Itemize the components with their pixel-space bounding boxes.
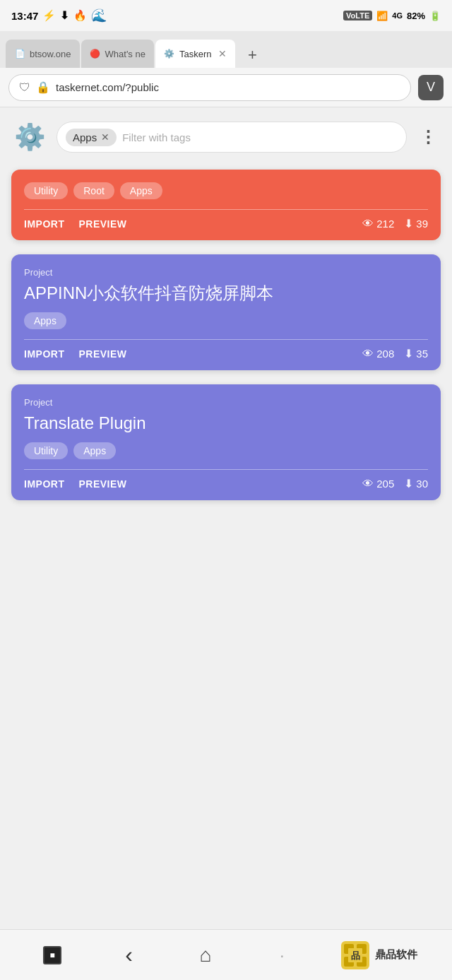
signal-4g-icon: 4G [392, 11, 403, 20]
views-count-translate: 205 [376, 478, 394, 490]
cards-container: Utility Root Apps IMPORT PREVIEW 👁 212 ⬇… [0, 164, 452, 582]
tab-whats-new[interactable]: 🔴 What's ne [81, 40, 154, 68]
eye-icon-translate: 👁 [362, 478, 374, 490]
import-button[interactable]: IMPORT [24, 218, 64, 230]
views-stat: 👁 212 [362, 218, 394, 230]
app-logo: ⚙️ [11, 119, 48, 155]
app-header: ⚙️ Apps ✕ Filter with tags ⋮ [0, 107, 452, 164]
url-text: taskernet.com/?public [56, 81, 159, 93]
filter-bar[interactable]: Apps ✕ Filter with tags [56, 122, 407, 153]
card-tag-apps[interactable]: Apps [120, 182, 162, 199]
back-button[interactable]: ‹ [112, 938, 147, 973]
tasker-logo-icon: ⚙️ [14, 122, 46, 152]
svg-text:品: 品 [350, 950, 359, 961]
eye-icon-appinn: 👁 [362, 348, 374, 360]
views-count: 212 [376, 218, 394, 230]
card-type-translate: Project [24, 397, 428, 408]
status-bar: 13:47 ⚡ ⬇ 🔥 🌊 VoLTE 📶 4G 82% 🔋 [0, 0, 452, 31]
card-tags-appinn: Apps [24, 312, 428, 329]
home-icon: ⌂ [200, 944, 212, 967]
menu-button[interactable]: · [264, 938, 299, 973]
card-tag-root[interactable]: Root [73, 182, 114, 199]
volte-badge: VoLTE [343, 11, 372, 20]
import-button-translate[interactable]: IMPORT [24, 478, 64, 490]
filter-placeholder: Filter with tags [122, 131, 191, 143]
tab-btsow[interactable]: 📄 btsow.one [6, 40, 80, 68]
tab-close-taskernet[interactable]: ✕ [218, 48, 227, 59]
more-icon: ⋮ [420, 127, 436, 147]
tabs-icon: ■ [43, 946, 61, 964]
status-right: VoLTE 📶 4G 82% 🔋 [343, 11, 441, 21]
card-tag-utility[interactable]: Utility [24, 182, 68, 199]
browser-menu-button[interactable]: V [418, 75, 444, 100]
more-options-button[interactable]: ⋮ [415, 124, 441, 150]
status-left: 13:47 ⚡ ⬇ 🔥 🌊 [11, 8, 107, 23]
app-icon: 🌊 [91, 8, 107, 23]
tabs-button[interactable]: ■ [35, 938, 70, 973]
card-actions: IMPORT PREVIEW 👁 212 ⬇ 39 [24, 217, 428, 230]
card-divider [24, 209, 428, 210]
preview-button[interactable]: PREVIEW [78, 218, 126, 230]
card-partial-tags: Utility Root Apps [24, 182, 428, 199]
preview-button-translate[interactable]: PREVIEW [78, 478, 126, 490]
menu-icon: · [280, 945, 285, 965]
brand-logo: 品 [341, 941, 369, 969]
battery-icon: 🔋 [429, 11, 441, 21]
card-divider-appinn [24, 339, 428, 340]
downloads-stat-appinn: ⬇ 35 [404, 347, 428, 360]
branding: 品 鼎品软件 [341, 941, 417, 969]
tab-favicon-taskernet: ⚙️ [164, 48, 175, 59]
wifi-icon: 📶 [376, 11, 388, 21]
new-tab-button[interactable]: + [239, 42, 265, 68]
bottom-nav: ■ ‹ ⌂ · 品 鼎品软件 [0, 929, 452, 980]
back-icon: ‹ [125, 942, 133, 968]
tab-label-btsow: btsow.one [30, 49, 71, 59]
address-bar: 🛡 🔒 taskernet.com/?public V [0, 68, 452, 107]
flash-icon: ⚡ [42, 9, 56, 22]
card-stats: 👁 212 ⬇ 39 [362, 217, 428, 230]
card-type-appinn: Project [24, 267, 428, 278]
tab-taskernet[interactable]: ⚙️ Taskern ✕ [155, 40, 236, 68]
eye-icon: 👁 [362, 218, 374, 230]
card-appinn: Project APPINN小众软件抖音防烧屏脚本 Apps IMPORT PR… [11, 254, 441, 370]
card-tag-apps-translate[interactable]: Apps [73, 442, 116, 459]
status-time: 13:47 [11, 10, 38, 22]
downloads-count-translate: 30 [416, 478, 428, 490]
fire-icon: 🔥 [73, 9, 87, 22]
views-count-appinn: 208 [376, 348, 394, 360]
filter-tag-close-icon[interactable]: ✕ [101, 131, 109, 143]
bottom-spacer [11, 514, 441, 571]
card-tag-utility-translate[interactable]: Utility [24, 442, 68, 459]
downloads-stat-translate: ⬇ 30 [404, 477, 428, 490]
card-translate: Project Translate Plugin Utility Apps IM… [11, 384, 441, 500]
tab-favicon-whats: 🔴 [90, 48, 101, 59]
downloads-count-appinn: 35 [416, 348, 428, 360]
brand-logo-svg: 品 [343, 943, 368, 968]
card-tag-apps-appinn[interactable]: Apps [24, 312, 66, 329]
card-partial: Utility Root Apps IMPORT PREVIEW 👁 212 ⬇… [11, 170, 441, 240]
tab-bar: 📄 btsow.one 🔴 What's ne ⚙️ Taskern ✕ + [0, 31, 452, 68]
downloads-stat: ⬇ 39 [404, 217, 428, 230]
address-input[interactable]: 🛡 🔒 taskernet.com/?public [8, 74, 411, 101]
card-title-appinn: APPINN小众软件抖音防烧屏脚本 [24, 282, 428, 304]
vivaldi-icon: V [427, 80, 435, 95]
import-button-appinn[interactable]: IMPORT [24, 348, 64, 360]
card-actions-appinn: IMPORT PREVIEW 👁 208 ⬇ 35 [24, 347, 428, 360]
card-stats-translate: 👁 205 ⬇ 30 [362, 477, 428, 490]
download-stat-icon-translate: ⬇ [404, 477, 413, 490]
tab-label-whats: What's ne [105, 49, 145, 59]
views-stat-translate: 👁 205 [362, 478, 394, 490]
home-button[interactable]: ⌂ [188, 938, 223, 973]
views-stat-appinn: 👁 208 [362, 348, 394, 360]
tab-favicon-btsow: 📄 [14, 48, 25, 59]
filter-tag-apps[interactable]: Apps ✕ [66, 129, 117, 146]
lock-icon: 🔒 [36, 81, 50, 94]
card-stats-appinn: 👁 208 ⬇ 35 [362, 347, 428, 360]
preview-button-appinn[interactable]: PREVIEW [78, 348, 126, 360]
download-icon: ⬇ [60, 9, 69, 22]
filter-tag-label: Apps [73, 131, 97, 143]
battery-level: 82% [407, 11, 425, 21]
downloads-count: 39 [416, 218, 428, 230]
card-divider-translate [24, 469, 428, 470]
download-stat-icon-appinn: ⬇ [404, 347, 413, 360]
